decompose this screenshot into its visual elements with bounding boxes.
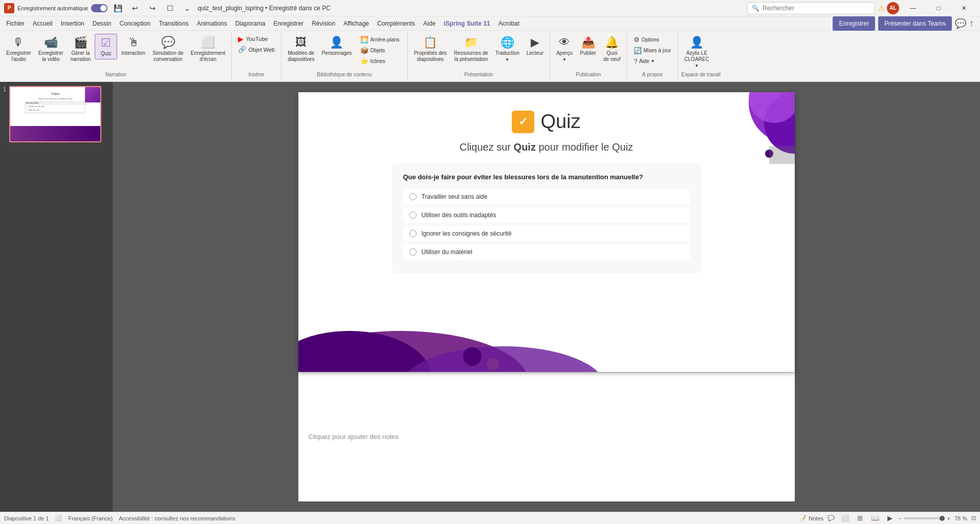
menu-aide[interactable]: Aide [419, 16, 440, 31]
options-btn[interactable]: ⚙ Options [631, 35, 673, 45]
ribbon-btn-quiz[interactable]: ☑ Quiz [95, 34, 117, 59]
radio-2[interactable] [409, 230, 417, 237]
format-icon[interactable]: ☐ [163, 3, 177, 14]
zoom-in-icon[interactable]: + [947, 515, 950, 521]
redo-icon[interactable]: ↪ [145, 3, 160, 14]
menu-animations[interactable]: Animations [192, 16, 231, 31]
zoom-slider[interactable] [904, 517, 945, 519]
slide-sorter-icon[interactable]: ⊞ [855, 513, 865, 523]
help-btn[interactable]: ? Aide ▼ [631, 56, 673, 66]
zoom-out-icon[interactable]: − [899, 515, 902, 521]
notes-area[interactable]: Cliquez pour ajouter des notes [298, 372, 795, 501]
menu-complements[interactable]: Compléments [373, 16, 419, 31]
menu-ispring[interactable]: iSpring Suite 11 [440, 16, 494, 31]
content-library-label: Bibliothèque de contenu [285, 71, 404, 78]
menu-fichier[interactable]: Fichier [2, 16, 29, 31]
menu-revision[interactable]: Révision [308, 16, 339, 31]
objets-btn[interactable]: 📦 Objets [358, 46, 402, 55]
menu-acrobat[interactable]: Acrobat [494, 16, 524, 31]
arriere-plans-icon: 🌅 [360, 36, 368, 44]
menu-accueil[interactable]: Accueil [29, 16, 57, 31]
autosave-toggle[interactable] [91, 4, 107, 12]
menu-conception[interactable]: Conception [115, 16, 155, 31]
slide-canvas[interactable]: Quiz Cliquez sur Quiz pour modifier le Q… [298, 92, 795, 372]
ribbon-btn-whats-new[interactable]: 🔔 Quoide neuf [600, 34, 623, 65]
accessibility-label[interactable]: Accessibilité : consultez nos recommanda… [119, 515, 235, 521]
slide-view-icon[interactable]: ⬜ [55, 515, 62, 521]
ribbon-btn-narration[interactable]: 🎬 Gérer lanarration [68, 34, 94, 65]
title-bar-left: P Enregistrement automatique 💾 ↩ ↪ ☐ ⌄ q… [4, 3, 744, 14]
menu-enregistrer[interactable]: Enregistrer [269, 16, 308, 31]
quiz-option-2[interactable]: Ignorer les consignes de sécurité [403, 226, 690, 241]
close-button[interactable]: ✕ [952, 0, 976, 16]
deco-bottom [298, 316, 795, 372]
menu-dessin[interactable]: Dessin [89, 16, 116, 31]
screen-record-icon: ⬜ [201, 36, 215, 49]
search-input[interactable] [763, 5, 870, 12]
radio-0[interactable] [409, 193, 417, 200]
ribbon-group-workspace: 👤 Azylis LECLOAREC ▼ Espace de travail [678, 33, 724, 79]
comments-status-icon[interactable]: 💬 [827, 515, 835, 521]
arriere-plans-btn[interactable]: 🌅 Arrière-plans [358, 35, 402, 45]
quiz-option-3[interactable]: Utiliser du matériel [403, 244, 690, 260]
minimize-button[interactable]: — [901, 0, 925, 16]
video-icon: 📹 [44, 36, 58, 49]
share-icon[interactable]: ↑ [969, 18, 974, 29]
ribbon-btn-models[interactable]: 🖼 Modèles dediapositives [285, 34, 317, 65]
ribbon-btn-translation[interactable]: 🌐 Traduction ▼ [492, 34, 522, 65]
slide-thumbnail[interactable]: ☑ Quiz Cliquez sur Quiz pour modifier le… [9, 86, 101, 142]
content-library-buttons: 🖼 Modèles dediapositives 👤 Personnages 🌅… [285, 34, 404, 71]
quiz-header: Quiz [512, 111, 580, 133]
menu-insertion[interactable]: Insertion [57, 16, 89, 31]
zoom-level[interactable]: 78 % [954, 515, 967, 521]
fit-icon[interactable]: ⊡ [971, 515, 976, 521]
more-icon[interactable]: ⌄ [180, 3, 194, 14]
save-icon[interactable]: 💾 [111, 3, 125, 14]
status-bar: Diapositive 1 de 1 ⬜ Français (France) A… [0, 512, 980, 524]
youtube-btn[interactable]: ▶ YouTube [235, 34, 278, 44]
ribbon-group-about: ⚙ Options 🔄 Mises à jour ? Aide ▼ À prop… [627, 33, 678, 79]
ribbon-btn-preview[interactable]: 👁 Aperçu ▼ [553, 34, 576, 65]
normal-view-icon[interactable]: ⬜ [839, 513, 851, 523]
ribbon-btn-simulation[interactable]: 💬 Simulation deconversation [149, 34, 187, 65]
slide-properties-icon: 📋 [423, 36, 437, 49]
quiz-card[interactable]: Que dois-je faire pour éviter les blessu… [393, 163, 700, 272]
quiz-option-0[interactable]: Travailler seul sans aide [403, 189, 690, 204]
maximize-button[interactable]: □ [927, 0, 950, 16]
ribbon-btn-player[interactable]: ▶ Lecteur [524, 34, 547, 58]
ribbon-btn-characters[interactable]: 👤 Personnages [318, 34, 355, 58]
radio-3[interactable] [409, 248, 417, 256]
insert-buttons: ▶ YouTube 🔗 Objet Web [235, 34, 278, 71]
undo-icon[interactable]: ↩ [128, 3, 142, 14]
present-teams-button[interactable]: Présenter dans Teams [878, 16, 952, 31]
ribbon-btn-publish[interactable]: 📤 Publier [577, 34, 599, 58]
icones-icon: ⭐ [360, 57, 368, 65]
ribbon-btn-slide-properties[interactable]: 📋 Propriétés desdiapositives [411, 34, 450, 65]
icones-btn[interactable]: ⭐ Icônes [358, 56, 402, 66]
menu-transitions[interactable]: Transitions [155, 16, 192, 31]
ribbon-group-insert: ▶ YouTube 🔗 Objet Web Insérer [232, 33, 281, 79]
menu-affichage[interactable]: Affichage [339, 16, 373, 31]
ribbon-btn-audio[interactable]: 🎙 Enregistrerl'audio [3, 34, 34, 65]
radio-1[interactable] [409, 212, 417, 219]
translation-icon: 🌐 [500, 36, 514, 49]
presentation-view-icon[interactable]: ▶ [885, 513, 895, 523]
ribbon-btn-interaction[interactable]: 🖱 Interaction [118, 34, 148, 58]
objet-web-btn[interactable]: 🔗 Objet Web [235, 45, 278, 54]
ribbon-btn-workspace-user[interactable]: 👤 Azylis LECLOAREC ▼ [681, 34, 712, 71]
comment-icon[interactable]: 💬 [955, 18, 966, 29]
notes-label: Notes [809, 515, 823, 521]
notes-button[interactable]: 📝 Notes [799, 515, 823, 521]
updates-btn[interactable]: 🔄 Mises à jour [631, 46, 673, 55]
reading-view-icon[interactable]: 📖 [869, 513, 881, 523]
ribbon-btn-resources[interactable]: 📁 Ressources dela présentation [451, 34, 491, 65]
user-avatar[interactable]: AL [887, 2, 899, 14]
quiz-option-1[interactable]: Utiliser des outils inadaptés [403, 207, 690, 223]
ribbon-btn-screen-recording[interactable]: ⬜ Enregistrementd'écran [188, 34, 229, 65]
search-box[interactable]: 🔍 [747, 2, 875, 14]
menu-diaporama[interactable]: Diaporama [231, 16, 270, 31]
ribbon-btn-video[interactable]: 📹 Enregistrerla vidéo [35, 34, 67, 65]
deco-top-right [718, 92, 795, 174]
status-bar-right: 📝 Notes 💬 ⬜ ⊞ 📖 ▶ − + 78 % ⊡ [799, 513, 976, 523]
register-button[interactable]: Enregistrer [833, 16, 875, 31]
